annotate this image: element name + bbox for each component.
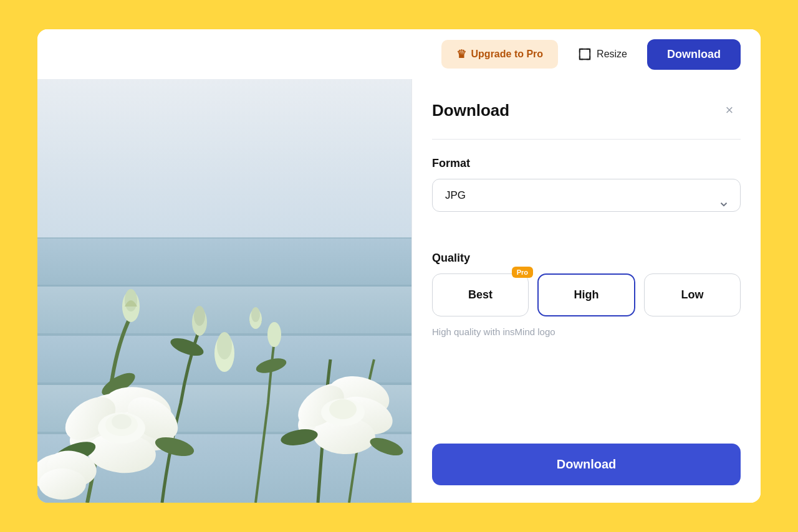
resize-icon (578, 47, 592, 61)
format-select[interactable]: JPG PNG WEBP (432, 179, 741, 212)
pro-badge: Pro (512, 267, 533, 278)
quality-low-label: Low (681, 288, 704, 301)
quality-best-button[interactable]: Pro Best (432, 273, 529, 316)
flower-background (37, 79, 411, 503)
divider (432, 139, 741, 140)
svg-point-39 (217, 332, 232, 359)
image-area (37, 79, 411, 503)
svg-rect-0 (580, 49, 590, 60)
svg-point-29 (112, 414, 132, 429)
close-button[interactable]: × (718, 99, 741, 121)
quality-description: High quality with insMind logo (432, 326, 741, 337)
quality-high-label: High (574, 288, 599, 301)
header-download-label: Download (667, 48, 721, 60)
top-bar: ♛ Upgrade to Pro Resize Download (37, 29, 761, 79)
close-icon: × (726, 102, 734, 118)
resize-label: Resize (597, 49, 627, 60)
format-label: Format (432, 157, 741, 170)
app-container: ♛ Upgrade to Pro Resize Download (37, 29, 761, 503)
download-panel: Download × Format JPG PNG WEBP (411, 79, 761, 503)
quality-options: Pro Best High Low (432, 273, 741, 316)
svg-point-46 (39, 468, 86, 500)
svg-rect-4 (37, 287, 411, 336)
upgrade-button[interactable]: ♛ Upgrade to Pro (441, 40, 559, 69)
svg-point-18 (194, 306, 205, 326)
main-download-button[interactable]: Download (432, 444, 741, 485)
format-dropdown-wrapper: JPG PNG WEBP (432, 179, 741, 232)
quality-section: Quality Pro Best High Low (432, 252, 741, 354)
svg-rect-1 (37, 79, 411, 241)
svg-point-19 (267, 322, 281, 347)
svg-point-37 (329, 399, 357, 419)
main-download-label: Download (557, 457, 617, 471)
main-content: Download × Format JPG PNG WEBP (37, 79, 761, 503)
quality-label: Quality (432, 252, 741, 265)
svg-rect-2 (37, 238, 411, 288)
svg-point-48 (251, 307, 260, 322)
crown-icon: ♛ (456, 47, 466, 61)
panel-header: Download × (432, 99, 741, 121)
quality-best-label: Best (468, 288, 493, 301)
header-download-button[interactable]: Download (647, 39, 741, 70)
panel-title: Download (432, 101, 509, 120)
resize-button[interactable]: Resize (568, 40, 637, 69)
format-section: Format JPG PNG WEBP (432, 157, 741, 252)
quality-high-button[interactable]: High (537, 273, 635, 316)
upgrade-label: Upgrade to Pro (471, 49, 544, 60)
flower-svg (37, 79, 411, 503)
quality-low-button[interactable]: Low (644, 273, 741, 316)
